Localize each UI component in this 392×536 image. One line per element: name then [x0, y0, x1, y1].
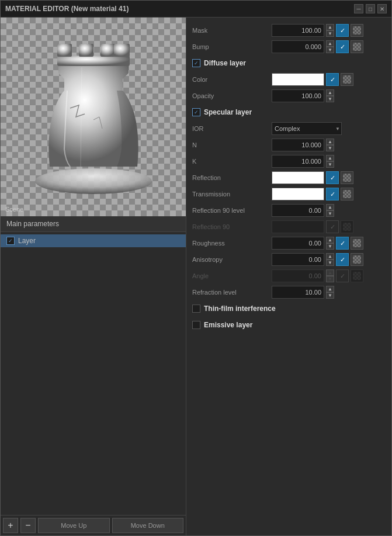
color-check-btn[interactable]: ✓ [326, 73, 339, 86]
transmission-texture-icon [343, 190, 351, 198]
specular-check-icon: ✓ [194, 109, 199, 115]
n-input[interactable] [272, 139, 324, 151]
refraction-level-input[interactable] [272, 286, 324, 299]
mask-texture-icon [353, 26, 361, 34]
color-texture-btn[interactable] [341, 73, 353, 86]
svg-rect-4 [100, 44, 115, 57]
reflection-90-level-label: Reflection 90 level [192, 207, 268, 214]
maximize-button[interactable]: □ [366, 4, 375, 13]
specular-layer-title: Specular layer [204, 108, 252, 116]
mask-texture-btn[interactable] [351, 24, 363, 37]
transmission-texture-btn[interactable] [341, 188, 353, 200]
layer-item[interactable]: ✓ Layer [1, 234, 186, 247]
refraction-level-down[interactable]: ▼ [326, 292, 334, 299]
move-up-button[interactable]: Move Up [38, 518, 110, 533]
mask-check-btn[interactable]: ✓ [336, 24, 349, 37]
anisotropy-input[interactable] [272, 253, 324, 266]
opacity-input[interactable] [272, 89, 324, 102]
refraction-level-spinner: ▲ ▼ [326, 286, 334, 299]
layer-checkbox[interactable]: ✓ [6, 237, 15, 245]
n-up[interactable]: ▲ [326, 139, 334, 145]
anisotropy-down[interactable]: ▼ [326, 260, 334, 266]
opacity-up[interactable]: ▲ [326, 89, 334, 96]
emissive-layer-title: Emissive layer [204, 321, 252, 329]
diffuse-check-icon: ✓ [194, 60, 199, 66]
anisotropy-label: Anisotropy [192, 256, 268, 263]
params-header: Main parameters [1, 216, 186, 232]
angle-check-btn: ✓ [336, 269, 349, 282]
add-layer-button[interactable]: + [3, 518, 18, 533]
k-input[interactable] [272, 155, 324, 168]
color-swatch[interactable] [272, 73, 324, 86]
svg-point-0 [35, 168, 152, 194]
reflection-swatch[interactable] [272, 171, 324, 184]
svg-rect-2 [57, 44, 72, 57]
bump-texture-btn[interactable] [351, 40, 363, 53]
angle-down: ▼ [326, 276, 334, 282]
title-controls: ─ □ ✕ [354, 4, 387, 13]
diffuse-checkbox[interactable]: ✓ [192, 59, 200, 67]
refraction-level-label: Refraction level [192, 289, 268, 296]
reflection-90-level-input-group: ▲ ▼ [272, 204, 386, 217]
reflection-90-check-icon: ✓ [330, 223, 335, 231]
k-up[interactable]: ▲ [326, 155, 334, 161]
anisotropy-check-btn[interactable]: ✓ [336, 253, 349, 266]
opacity-down[interactable]: ▼ [326, 96, 334, 102]
color-check-icon: ✓ [330, 76, 335, 84]
reflection-90-level-up[interactable]: ▲ [326, 204, 334, 210]
ior-select[interactable]: Complex Simple [272, 122, 342, 135]
roughness-texture-btn[interactable] [351, 237, 363, 250]
bump-spinner: ▲ ▼ [326, 40, 334, 53]
reflection-90-texture-icon [343, 223, 351, 231]
k-row: K ▲ ▼ [186, 153, 391, 170]
reflection-90-level-down[interactable]: ▼ [326, 210, 334, 217]
opacity-spinner: ▲ ▼ [326, 89, 334, 102]
svg-rect-3 [79, 44, 93, 57]
refraction-level-up[interactable]: ▲ [326, 286, 334, 292]
emissive-checkbox[interactable] [192, 321, 200, 329]
bump-check-btn[interactable]: ✓ [336, 40, 349, 53]
move-down-button[interactable]: Move Down [112, 518, 184, 533]
roughness-down[interactable]: ▼ [326, 243, 334, 250]
mask-row: Mask ▲ ▼ ✓ [186, 22, 391, 39]
reflection-90-level-input[interactable] [272, 204, 324, 217]
minimize-button[interactable]: ─ [354, 4, 363, 13]
n-label: N [192, 141, 268, 148]
color-input-group: ✓ [272, 73, 386, 86]
bump-down[interactable]: ▼ [326, 47, 334, 53]
roughness-row: Roughness ▲ ▼ ✓ [186, 235, 391, 251]
mask-down[interactable]: ▼ [326, 30, 334, 37]
specular-checkbox[interactable]: ✓ [192, 108, 200, 116]
close-button[interactable]: ✕ [377, 4, 387, 13]
bump-label: Bump [192, 43, 268, 50]
roughness-input[interactable] [272, 237, 324, 250]
k-down[interactable]: ▼ [326, 161, 334, 168]
anisotropy-texture-btn[interactable] [351, 253, 363, 266]
k-spinner: ▲ ▼ [326, 155, 334, 168]
ior-row: IOR Complex Simple ▼ [186, 120, 391, 137]
reflection-check-btn[interactable]: ✓ [326, 171, 339, 184]
reflection-90-row: Reflection 90 ✓ [186, 219, 391, 235]
bump-texture-icon [353, 43, 361, 51]
k-label: K [192, 158, 268, 165]
transmission-check-btn[interactable]: ✓ [326, 188, 339, 200]
bump-up[interactable]: ▲ [326, 40, 334, 47]
thin-film-title: Thin-film interference [204, 305, 276, 313]
reflection-texture-btn[interactable] [341, 171, 353, 184]
angle-input-group: ▲ ▼ ✓ [272, 269, 386, 282]
remove-layer-button[interactable]: − [20, 518, 36, 533]
roughness-up[interactable]: ▲ [326, 237, 334, 243]
ior-label: IOR [192, 125, 268, 132]
params-footer: + − Move Up Move Down [1, 515, 186, 535]
mask-input[interactable] [272, 24, 324, 37]
mask-up[interactable]: ▲ [326, 24, 334, 30]
roughness-check-btn[interactable]: ✓ [336, 237, 349, 250]
bump-input[interactable] [272, 40, 324, 53]
transmission-swatch[interactable] [272, 188, 324, 200]
reflection-90-level-row: Reflection 90 level ▲ ▼ [186, 202, 391, 219]
anisotropy-up[interactable]: ▲ [326, 253, 334, 260]
reflection-check-icon: ✓ [330, 174, 335, 182]
thin-film-checkbox[interactable] [192, 305, 200, 313]
n-down[interactable]: ▼ [326, 145, 334, 151]
transmission-input-group: ✓ [272, 188, 386, 200]
